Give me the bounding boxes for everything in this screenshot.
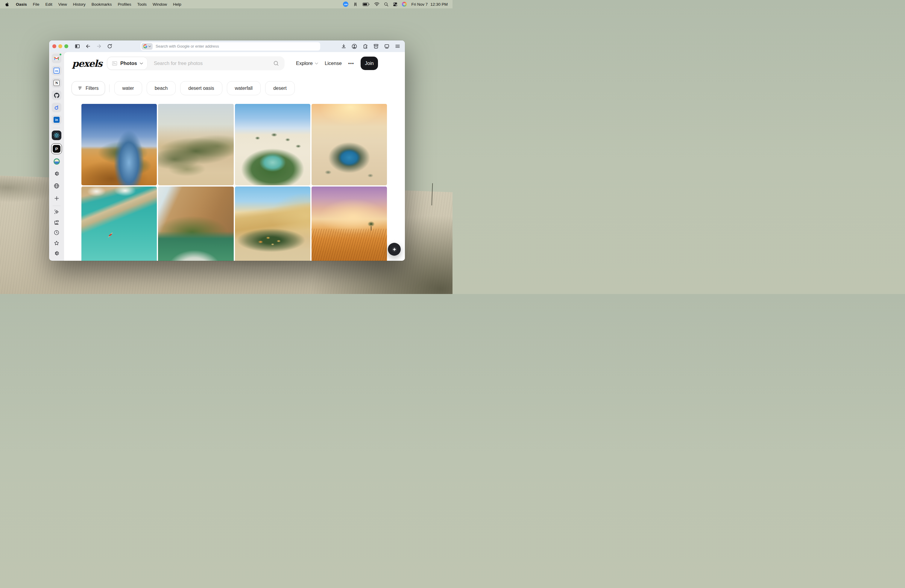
close-window-button[interactable] xyxy=(52,44,56,48)
sidebar-toggle-icon[interactable] xyxy=(74,43,80,49)
sidebar-item-gmail[interactable] xyxy=(52,54,61,63)
menu-history[interactable]: History xyxy=(70,2,89,6)
extensions-icon[interactable] xyxy=(362,43,368,49)
sidebar-item-google-calendar[interactable]: 31 xyxy=(52,66,61,75)
nav-explore[interactable]: Explore xyxy=(296,60,318,66)
github-icon xyxy=(54,92,60,99)
zoom-status-icon[interactable]: zm xyxy=(343,2,348,7)
search-engine-selector[interactable] xyxy=(141,43,152,50)
url-bar[interactable]: Search with Google or enter address xyxy=(141,42,320,51)
media-type-dropdown[interactable]: Photos xyxy=(108,57,147,70)
menu-bar: Oasis File Edit View History Bookmarks P… xyxy=(0,0,452,8)
back-icon[interactable] xyxy=(85,43,91,49)
browser-sidebar: 31 N in xyxy=(49,52,64,261)
sidebar-item-web[interactable] xyxy=(52,181,61,191)
sidebar-item-ai[interactable] xyxy=(52,208,61,216)
filters-button[interactable]: Filters xyxy=(71,81,105,95)
pexels-app-icon: P xyxy=(53,145,60,153)
sidebar-item-settings[interactable] xyxy=(52,169,61,178)
sidebar-item-github[interactable] xyxy=(52,91,61,100)
pexels-search-bar[interactable]: Photos Search for free photos xyxy=(106,56,284,70)
menu-profiles[interactable]: Profiles xyxy=(114,2,134,6)
chevron-down-icon xyxy=(148,46,151,47)
sidebar-item-settings-bottom[interactable] xyxy=(52,249,61,258)
search-icon[interactable] xyxy=(273,60,279,67)
spotlight-search-icon[interactable] xyxy=(384,2,389,6)
photo-sunset-dunes-tree[interactable] xyxy=(311,186,387,261)
menu-bookmarks[interactable]: Bookmarks xyxy=(89,2,115,6)
sidebar-item-blue-loop-app[interactable] xyxy=(52,103,61,112)
ollama-llama-icon[interactable] xyxy=(353,2,358,7)
menu-bar-clock[interactable]: Fri Nov 7 12:30 PM xyxy=(411,2,448,6)
sidebar-item-add[interactable] xyxy=(52,194,61,203)
sidebar-item-linkedin[interactable]: in xyxy=(52,115,61,124)
color-ring-app-icon[interactable] xyxy=(402,2,407,6)
photo-oasis-town-dusk[interactable] xyxy=(235,186,310,261)
control-center-icon[interactable] xyxy=(393,2,397,6)
menu-help[interactable]: Help xyxy=(170,2,184,6)
sidebar-item-horizon-app[interactable] xyxy=(52,157,61,166)
sidebar-item-devices[interactable] xyxy=(52,218,61,227)
menu-view[interactable]: View xyxy=(56,2,70,6)
globe-icon xyxy=(54,183,60,189)
google-logo-icon xyxy=(143,44,147,48)
zoom-window-button[interactable] xyxy=(64,44,68,48)
nav-license[interactable]: License xyxy=(325,60,342,66)
menu-app-name[interactable]: Oasis xyxy=(13,2,30,6)
forward-icon[interactable] xyxy=(96,43,102,49)
filter-chip-row: Filters water beach desert oasis waterfa… xyxy=(71,81,299,95)
pexels-top-nav: Explore License ••• Join xyxy=(296,56,378,70)
sidebar-item-react[interactable] xyxy=(52,130,61,140)
photo-palms-pond-mound[interactable] xyxy=(235,104,310,185)
menu-window[interactable]: Window xyxy=(150,2,170,6)
scroll-top-button[interactable] xyxy=(388,243,401,256)
search-placeholder: Search for free photos xyxy=(154,60,203,66)
battery-icon[interactable] xyxy=(362,2,370,6)
pexels-logo[interactable]: pexels xyxy=(72,58,102,69)
photo-desert-river-oasis[interactable] xyxy=(81,104,157,185)
photo-palm-grove-dunes[interactable] xyxy=(158,104,233,185)
menu-tools[interactable]: Tools xyxy=(134,2,150,6)
chip-beach[interactable]: beach xyxy=(147,81,176,95)
blue-loop-icon xyxy=(54,105,60,110)
sidebar-item-notion[interactable]: N xyxy=(52,78,61,88)
chip-divider xyxy=(109,84,110,92)
minimize-window-button[interactable] xyxy=(58,44,62,48)
sidebar-item-pexels-active[interactable]: P xyxy=(51,143,62,154)
license-label: License xyxy=(325,60,342,66)
photo-canyon-emerald-pond[interactable] xyxy=(158,186,233,261)
browser-toolbar: Search with Google or enter address xyxy=(49,40,405,52)
apple-menu-icon[interactable] xyxy=(5,2,9,7)
archive-icon[interactable] xyxy=(373,43,379,49)
star-icon xyxy=(54,240,60,246)
reload-icon[interactable] xyxy=(106,43,113,49)
gmail-notification-dot xyxy=(59,53,62,56)
status-date: Fri Nov 7 xyxy=(411,2,428,6)
downloads-icon[interactable] xyxy=(341,43,346,49)
menu-icon[interactable] xyxy=(394,43,400,49)
clock-icon xyxy=(54,230,60,236)
chip-desert-oasis[interactable]: desert oasis xyxy=(180,81,222,95)
chip-desert[interactable]: desert xyxy=(265,81,294,95)
more-menu-icon[interactable]: ••• xyxy=(348,61,354,66)
browser-window: Search with Google or enter address xyxy=(49,40,405,261)
wifi-icon[interactable] xyxy=(374,2,379,6)
status-time: 12:30 PM xyxy=(430,2,448,6)
chevron-down-icon xyxy=(140,62,143,65)
sidebar-item-favorites[interactable] xyxy=(52,238,61,248)
notion-icon: N xyxy=(54,80,60,86)
tab-overview-icon[interactable] xyxy=(384,43,390,49)
photo-aerial-oasis-pool[interactable] xyxy=(311,104,387,185)
join-button[interactable]: Join xyxy=(360,57,378,70)
devices-icon xyxy=(54,219,60,226)
sidebar-item-history[interactable] xyxy=(52,228,61,237)
photo-grid xyxy=(81,104,387,261)
menu-file[interactable]: File xyxy=(30,2,43,6)
account-icon[interactable] xyxy=(351,43,357,49)
chip-waterfall[interactable]: waterfall xyxy=(227,81,261,95)
plus-icon xyxy=(54,195,60,201)
menu-edit[interactable]: Edit xyxy=(43,2,56,6)
photo-turquoise-lagoon-swimmer[interactable] xyxy=(81,186,157,261)
chip-water[interactable]: water xyxy=(114,81,142,95)
linkedin-icon: in xyxy=(54,117,60,123)
